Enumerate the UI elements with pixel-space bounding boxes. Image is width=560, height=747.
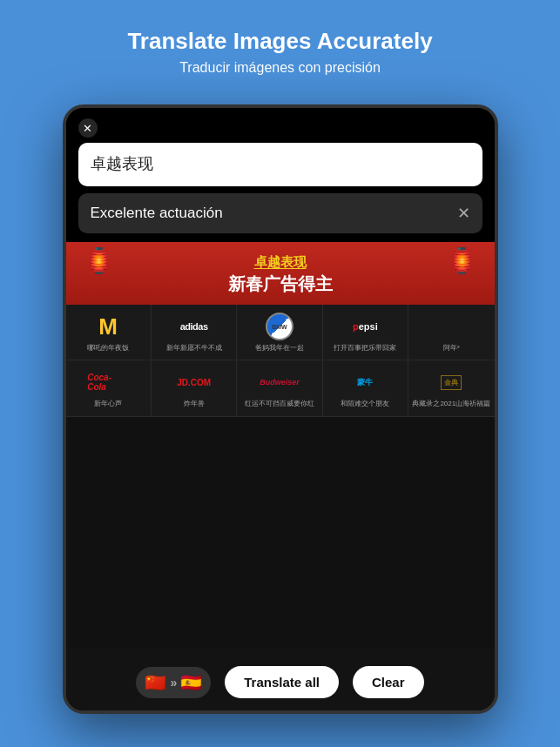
source-text: 卓越表现: [91, 155, 153, 172]
list-item: Budweiser 红运不可挡百威要你红: [237, 360, 322, 416]
apple-logo: [430, 313, 472, 340]
jd-caption: 炸年兽: [184, 400, 205, 408]
list-item: BMW 爸妈我年在一起: [237, 305, 322, 360]
banner-subtitle: 新春广告得主: [66, 273, 495, 296]
close-button[interactable]: ✕: [78, 118, 98, 138]
source-flag: 🇨🇳: [145, 672, 166, 693]
budweiser-logo: Budweiser: [259, 369, 300, 395]
app-header: Translate Images Accurately Traducir imá…: [0, 0, 560, 93]
list-item: Coca-Cola 新年心声: [66, 360, 152, 416]
mcdonalds-logo: M: [87, 313, 129, 340]
translation-text: Excelente actuación: [91, 205, 223, 222]
left-lantern-icon: 🏮: [84, 246, 114, 275]
translation-bar: Excelente actuación ✕: [78, 193, 482, 233]
arrow-icon: »: [170, 676, 177, 690]
jindian-logo: 金典: [430, 369, 472, 395]
bmw-caption: 爸妈我年在一起: [255, 344, 304, 353]
budweiser-caption: 红运不可挡百威要你红: [245, 400, 314, 408]
bmw-logo: BMW: [259, 313, 300, 340]
translation-close-icon[interactable]: ✕: [457, 204, 470, 223]
adidas-logo: adidas: [173, 313, 215, 340]
pepsi-caption: 打开百事把乐带回家: [334, 344, 396, 353]
list-item: 蒙牛 和陌难交个朋友: [323, 360, 408, 416]
pepsi-logo: pepsi: [344, 313, 386, 340]
cocacola-caption: 新年心声: [94, 400, 122, 408]
jd-logo: JD.COM: [173, 369, 215, 395]
clear-button[interactable]: Clear: [353, 666, 424, 698]
mengniu-caption: 和陌难交个朋友: [341, 400, 389, 408]
bottom-bar: 🇨🇳 » 🇪🇸 Translate all Clear: [66, 649, 495, 710]
list-item: adidas 新年新愿不牛不成: [152, 305, 237, 360]
list-item: pepsi 打开百事把乐带回家: [323, 305, 408, 360]
cocacola-logo: Coca-Cola: [87, 369, 129, 395]
right-lantern-icon: 🏮: [447, 246, 477, 275]
dark-area: [66, 417, 495, 469]
close-row: ✕: [78, 118, 482, 138]
mcdonalds-caption: 哪吒的年夜饭: [87, 344, 129, 353]
banner-title: 卓越表现: [66, 254, 495, 271]
list-item: JD.COM 炸年兽: [152, 360, 237, 416]
mengniu-logo: 蒙牛: [344, 369, 386, 395]
red-banner: 🏮 🏮 卓越表现 新春广告得主: [66, 242, 495, 305]
list-item: M 哪吒的年夜饭: [66, 305, 152, 360]
logo-grid: M 哪吒的年夜饭 adidas 新年新愿不牛不成 BMW 爸妈我年在一起: [66, 305, 495, 417]
translate-all-button[interactable]: Translate all: [225, 666, 339, 698]
jindian-caption: 典藏录之2021山海祈福篇: [412, 400, 490, 408]
main-title: Translate Images Accurately: [35, 28, 525, 55]
list-item: 金典 典藏录之2021山海祈福篇: [408, 360, 494, 416]
source-text-box[interactable]: 卓越表现: [78, 143, 482, 186]
target-flag: 🇪🇸: [180, 672, 202, 693]
main-subtitle: Traducir imágenes con precisión: [35, 60, 525, 76]
top-bar: ✕ 卓越表现 Excelente actuación ✕: [66, 108, 495, 242]
bottom-actions: 🇨🇳 » 🇪🇸 Translate all Clear: [80, 666, 481, 698]
language-selector[interactable]: 🇨🇳 » 🇪🇸: [136, 667, 211, 698]
apple-caption: 阿年*: [443, 344, 460, 353]
adidas-caption: 新年新愿不牛不成: [166, 344, 222, 353]
image-area: 🏮 🏮 卓越表现 新春广告得主 M 哪吒的年夜饭 adidas: [66, 242, 495, 649]
device-inner: ✕ 卓越表现 Excelente actuación ✕ 🏮 🏮 卓越表现 新春…: [66, 108, 495, 710]
list-item: 阿年*: [408, 305, 494, 360]
device-frame: ✕ 卓越表现 Excelente actuación ✕ 🏮 🏮 卓越表现 新春…: [63, 104, 498, 714]
